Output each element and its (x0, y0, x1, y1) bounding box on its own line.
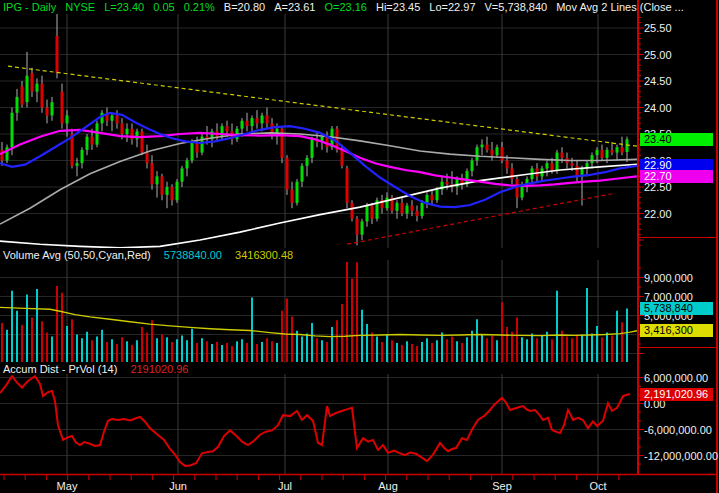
title-segment: O=23.16 (324, 1, 367, 13)
x-axis-month-label: Jul (268, 480, 302, 492)
volume-current-value: 5738840.00 (164, 249, 222, 261)
x-axis-month-label: May (50, 480, 84, 492)
accum-axis-label: -6,000,000.00 (644, 425, 712, 436)
price-axis-label: 24.00 (644, 103, 672, 114)
ma-magenta-badge: 22.70 (640, 170, 713, 183)
x-axis-month-label: Oct (581, 480, 615, 492)
title-segment: NYSE (65, 1, 95, 13)
volume-axis-label: 9,000,000 (644, 273, 693, 284)
title-segment: IPG - Daily (3, 1, 56, 13)
accum-study-label: Accum Dist - PrVol (14) (3, 363, 117, 375)
title-segment: 0.05 (153, 1, 174, 13)
price-axis-label: 25.00 (644, 50, 672, 61)
title-segment: V=5,738,840 (485, 1, 548, 13)
volume-panel-header: Volume Avg (50,50,Cyan,Red) 5738840.00 3… (3, 249, 303, 261)
accum-dist-badge: 2,191,020.96 (640, 388, 713, 401)
price-axis-label: 22.50 (644, 182, 672, 193)
title-segment: L=23.40 (104, 1, 144, 13)
chart-window: IPG - DailyNYSEL=23.400.050.21%B=20.80A=… (0, 0, 719, 493)
title-segment: 0.21% (184, 1, 215, 13)
x-axis-month-label: Jun (161, 480, 195, 492)
current-volume-badge: 5,738,840 (640, 302, 713, 315)
title-segment: Hi=23.45 (376, 1, 420, 13)
volume-avg-badge: 3,416,300 (640, 324, 713, 337)
accum-value: 2191020.96 (130, 363, 188, 375)
title-segment: Lo=22.97 (429, 1, 475, 13)
x-axis-month-label: Aug (371, 480, 405, 492)
chart-canvas (0, 0, 719, 493)
price-axis-label: 25.50 (644, 23, 672, 34)
accum-axis-label: -12,000,000.00 (644, 451, 718, 462)
title-segment: A=23.61 (274, 1, 315, 13)
x-axis-month-label: Sep (485, 480, 519, 492)
last-price-badge: 23.40 (640, 133, 713, 146)
price-axis-label: 22.00 (644, 209, 672, 220)
accum-axis-label: 6,000,000.00 (644, 373, 708, 384)
volume-axis-label: 7,000,000 (644, 292, 693, 303)
volume-average-value: 3416300.48 (235, 249, 293, 261)
title-segment: B=20.80 (224, 1, 265, 13)
accum-dist-panel[interactable] (0, 374, 637, 474)
volume-study-label: Volume Avg (50,50,Cyan,Red) (3, 249, 151, 261)
title-bar: IPG - DailyNYSEL=23.400.050.21%B=20.80A=… (3, 1, 693, 14)
price-axis-label: 24.50 (644, 76, 672, 87)
title-segment: Mov Avg 2 Lines (Close ... (556, 1, 684, 13)
accum-panel-header: Accum Dist - PrVol (14) 2191020.96 (3, 363, 199, 375)
